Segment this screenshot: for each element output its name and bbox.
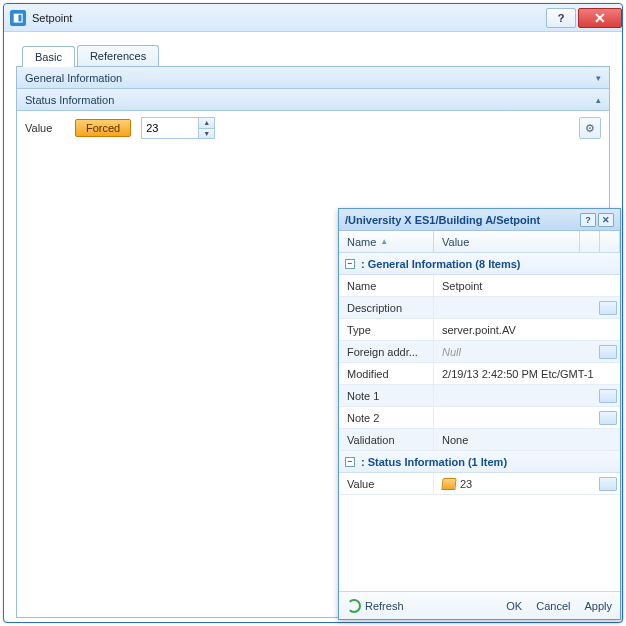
forced-badge: Forced: [75, 119, 131, 137]
properties-close-button[interactable]: ✕: [598, 213, 614, 227]
row-name: Note 2: [339, 407, 434, 428]
col-extra2[interactable]: [600, 231, 620, 252]
section-general-title: General Information: [25, 72, 122, 84]
edit-button[interactable]: [599, 477, 617, 491]
close-button[interactable]: ✕: [578, 8, 622, 28]
row-value-text: Setpoint: [442, 280, 482, 292]
tab-references[interactable]: References: [77, 45, 159, 66]
row-name: Type: [339, 319, 434, 340]
properties-path: /University X ES1/Building A/Setpoint: [345, 214, 540, 226]
column-header: Name ▲ Value: [339, 231, 620, 253]
table-row[interactable]: ValidationNone: [339, 429, 620, 451]
row-value: None: [434, 434, 596, 446]
row-name: Value: [339, 473, 434, 494]
edit-button[interactable]: [599, 389, 617, 403]
section-status[interactable]: Status Information ▴: [17, 89, 609, 111]
row-value-text: server.point.AV: [442, 324, 516, 336]
row-edit-cell: [596, 477, 620, 491]
refresh-label: Refresh: [365, 600, 404, 612]
group-status-label: : Status Information (1 Item): [361, 456, 507, 468]
group-status[interactable]: − : Status Information (1 Item): [339, 451, 620, 473]
row-name: Note 1: [339, 385, 434, 406]
collapse-icon: ▾: [596, 73, 601, 83]
settings-button[interactable]: ⚙: [579, 117, 601, 139]
col-value[interactable]: Value: [434, 231, 580, 252]
row-name: Modified: [339, 363, 434, 384]
spin-buttons: ▲ ▼: [198, 118, 214, 138]
minus-icon: −: [345, 259, 355, 269]
row-name: Name: [339, 275, 434, 296]
value-row: Value Forced ▲ ▼ ⚙: [17, 111, 609, 145]
forced-icon: [441, 478, 456, 490]
row-value: 2/19/13 2:42:50 PM Etc/GMT-1: [434, 368, 596, 380]
col-extra1[interactable]: [580, 231, 600, 252]
ok-button[interactable]: OK: [506, 600, 522, 612]
edit-button[interactable]: [599, 345, 617, 359]
apply-button[interactable]: Apply: [584, 600, 612, 612]
properties-panel: /University X ES1/Building A/Setpoint ? …: [338, 208, 621, 620]
properties-body: [339, 495, 620, 591]
row-value-text: None: [442, 434, 468, 446]
row-name: Description: [339, 297, 434, 318]
table-row[interactable]: Note 1: [339, 385, 620, 407]
row-value: Null: [434, 346, 596, 358]
row-value-text: 2/19/13 2:42:50 PM Etc/GMT-1: [442, 368, 594, 380]
value-input[interactable]: [142, 118, 198, 138]
properties-titlebar[interactable]: /University X ES1/Building A/Setpoint ? …: [339, 209, 620, 231]
edit-button[interactable]: [599, 301, 617, 315]
group-general-label: : General Information (8 Items): [361, 258, 521, 270]
help-button[interactable]: ?: [546, 8, 576, 28]
tab-strip: Basic References: [4, 32, 622, 66]
row-edit-cell: [596, 389, 620, 403]
expand-icon: ▴: [596, 95, 601, 105]
refresh-icon: [347, 599, 361, 613]
row-name: Foreign addr...: [339, 341, 434, 362]
spin-down-icon[interactable]: ▼: [199, 129, 214, 139]
edit-button[interactable]: [599, 411, 617, 425]
table-row[interactable]: NameSetpoint: [339, 275, 620, 297]
row-value-text: Null: [442, 346, 461, 358]
value-stepper[interactable]: ▲ ▼: [141, 117, 215, 139]
window-title: Setpoint: [32, 12, 72, 24]
minus-icon: −: [345, 457, 355, 467]
value-label: Value: [25, 122, 65, 134]
setpoint-icon: ◧: [10, 10, 26, 26]
refresh-button[interactable]: Refresh: [347, 599, 404, 613]
section-status-title: Status Information: [25, 94, 114, 106]
spin-up-icon[interactable]: ▲: [199, 118, 214, 129]
section-general[interactable]: General Information ▾: [17, 67, 609, 89]
table-row[interactable]: Value23: [339, 473, 620, 495]
row-name: Validation: [339, 429, 434, 450]
table-row[interactable]: Foreign addr...Null: [339, 341, 620, 363]
row-edit-cell: [596, 411, 620, 425]
table-row[interactable]: Note 2: [339, 407, 620, 429]
row-value: Setpoint: [434, 280, 596, 292]
row-value: 23: [434, 478, 596, 490]
col-name[interactable]: Name ▲: [339, 231, 434, 252]
row-edit-cell: [596, 301, 620, 315]
tab-basic[interactable]: Basic: [22, 46, 75, 67]
titlebar: ◧ Setpoint ? ✕: [4, 4, 622, 32]
table-row[interactable]: Typeserver.point.AV: [339, 319, 620, 341]
row-edit-cell: [596, 345, 620, 359]
group-general[interactable]: − : General Information (8 Items): [339, 253, 620, 275]
properties-help-button[interactable]: ?: [580, 213, 596, 227]
col-name-label: Name: [347, 236, 376, 248]
table-row[interactable]: Description: [339, 297, 620, 319]
sort-asc-icon: ▲: [380, 237, 388, 246]
table-row[interactable]: Modified2/19/13 2:42:50 PM Etc/GMT-1: [339, 363, 620, 385]
cancel-button[interactable]: Cancel: [536, 600, 570, 612]
properties-footer: Refresh OK Cancel Apply: [339, 591, 620, 619]
row-value-text: 23: [460, 478, 472, 490]
row-value: server.point.AV: [434, 324, 596, 336]
gear-icon: ⚙: [585, 122, 595, 135]
